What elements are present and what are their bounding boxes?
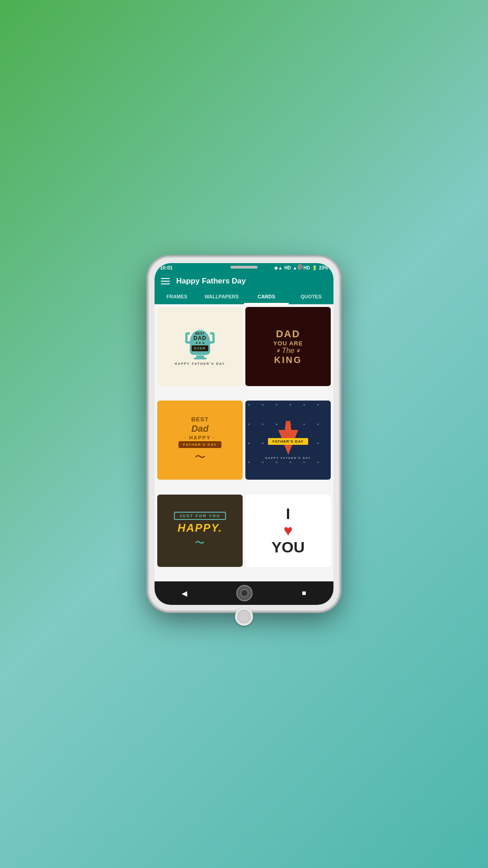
tab-quotes[interactable]: QUOTES (289, 290, 333, 304)
i-love-you-content: I ♥ YOU (272, 505, 305, 556)
signal-icon: ◆▲ (274, 265, 282, 270)
just-for-you-label: JUST FOR YOU (174, 512, 225, 520)
cards-grid: BEST DAD ★ ★ ★ EVER HAPPY FATHER'S DAY (155, 304, 333, 581)
time-display: 10:01 (160, 265, 173, 270)
card-dad-king[interactable]: DAD YOU ARE ♛ The ♛ KING (245, 307, 331, 386)
front-camera (297, 264, 303, 269)
tab-bar: FRAMES WALLPAPERS CARDS QUOTES (155, 290, 333, 304)
tab-frames[interactable]: FRAMES (155, 290, 199, 304)
king-text: DAD YOU ARE ♛ The ♛ KING (273, 328, 303, 365)
i-text: I (286, 505, 290, 522)
heart-icon: ♥ (283, 522, 292, 539)
back-button[interactable]: ◀ (176, 587, 192, 599)
home-button[interactable] (236, 585, 253, 601)
tab-wallpapers[interactable]: WALLPAPERS (199, 290, 244, 304)
mustache-icon: 〜 (195, 450, 206, 464)
you-text: YOU (272, 539, 305, 556)
card-just-for-you[interactable]: JUST FOR YOU HAPPY. 〜 (157, 495, 243, 567)
fathers-day-ribbon: FATHER'S DAY (268, 438, 308, 445)
hd-badge-2: HD (304, 265, 310, 270)
battery-icon: 🔋 (312, 265, 317, 270)
hd-badge-1: HD (284, 265, 291, 270)
home-button-inner (237, 610, 251, 623)
speaker-grill (230, 266, 258, 269)
phone-frame: 10:01 ◆▲ HD ▲▲ HD 🔋 23% Happy Fathers Da… (149, 258, 339, 610)
card-best-dad-ever[interactable]: BEST DAD ★ ★ ★ EVER HAPPY FATHER'S DAY (157, 307, 243, 386)
just-for-you-content: JUST FOR YOU HAPPY. 〜 (174, 512, 225, 550)
recents-button[interactable]: ■ (296, 587, 312, 599)
card-i-love-you[interactable]: I ♥ YOU (245, 495, 331, 567)
card-fathers-day-tie[interactable]: ♥♥♥♥♥♥ ♥♥♥♥♥♥ ♥♥♥♥♥♥ ♥♥♥♥♥♥ FATHER'S DAY… (245, 401, 331, 480)
trophy-icon: BEST DAD ★ ★ ★ EVER (184, 330, 216, 359)
app-bar: Happy Fathers Day (155, 272, 333, 290)
happy-fathers-day-label: HAPPY FATHER'S DAY (175, 362, 225, 365)
app-title: Happy Fathers Day (176, 277, 246, 286)
tie-knot (283, 421, 294, 430)
phone-screen: 10:01 ◆▲ HD ▲▲ HD 🔋 23% Happy Fathers Da… (155, 263, 333, 605)
battery-percent: 23% (319, 265, 328, 270)
physical-home-button[interactable] (235, 608, 253, 626)
yellow-card-content: BEST Dad · HAPPY · FATHER'S DAY 〜 (178, 416, 221, 464)
happy-label: HAPPY. (178, 522, 222, 534)
menu-icon[interactable] (161, 278, 170, 284)
tab-cards[interactable]: CARDS (244, 290, 289, 304)
navigation-bar: ◀ ■ (155, 581, 333, 605)
card-best-dad-yellow[interactable]: BEST Dad · HAPPY · FATHER'S DAY 〜 (157, 401, 243, 480)
mustache-teal-icon: 〜 (195, 536, 205, 550)
happy-fathers-day-navy: HAPPY FATHER'S DAY (265, 457, 311, 459)
tie-container: FATHER'S DAY (278, 421, 298, 455)
